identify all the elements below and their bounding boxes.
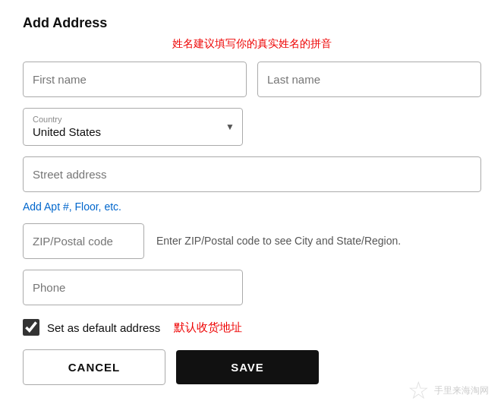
zip-input[interactable] xyxy=(23,223,144,259)
hint-text: 姓名建议填写你的真实姓名的拼音 xyxy=(23,37,481,51)
country-select[interactable]: Country United States ▼ xyxy=(23,108,243,146)
country-value: United States xyxy=(33,125,101,138)
add-apt-link[interactable]: Add Apt #, Floor, etc. xyxy=(23,201,121,213)
zip-hint: Enter ZIP/Postal code to see City and St… xyxy=(156,233,401,249)
cancel-button[interactable]: CANCEL xyxy=(23,349,165,385)
default-address-checkbox[interactable] xyxy=(23,319,39,336)
watermark: ☆ 手里来海淘网 xyxy=(408,376,489,405)
country-label: Country xyxy=(33,115,218,124)
watermark-text: 手里来海淘网 xyxy=(434,384,489,397)
phone-input[interactable] xyxy=(23,270,243,305)
star-icon: ☆ xyxy=(408,376,430,405)
street-address-input[interactable] xyxy=(23,156,481,192)
first-name-input[interactable] xyxy=(23,62,247,97)
save-button[interactable]: SAVE xyxy=(176,350,319,384)
default-address-label: Set as default address xyxy=(47,321,160,334)
chevron-down-icon: ▼ xyxy=(225,122,235,132)
default-chinese-label: 默认收货地址 xyxy=(174,321,242,335)
last-name-input[interactable] xyxy=(257,62,481,97)
page-title: Add Address xyxy=(23,15,481,31)
